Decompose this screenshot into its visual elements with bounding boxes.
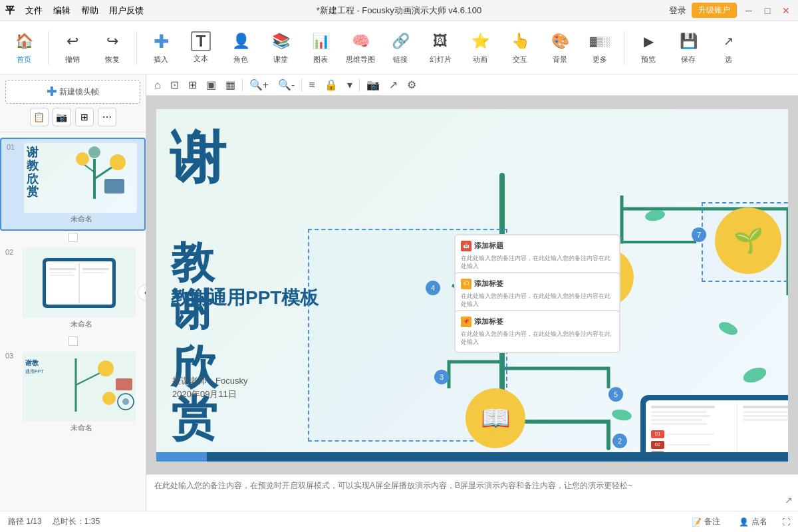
canvas-area: ⌂ ⊡ ⊞ ▣ ▦ 🔍+ 🔍- ≡ 🔒 ▾ 📷 ↗ ⚙ (146, 74, 798, 511)
main-area: ✚ 新建镜头帧 📋 📷 ⊞ ⋯ 01 (0, 74, 798, 511)
toolbar-undo[interactable]: ↩ 撤销 (54, 25, 91, 70)
export-icon[interactable]: ↗ (386, 77, 400, 92)
toolbar-redo-label: 恢复 (105, 55, 120, 65)
sidebar-top: ✚ 新建镜头帧 📋 📷 ⊞ ⋯ (0, 74, 146, 132)
toolbar-background[interactable]: 🎨 背景 (541, 25, 579, 70)
align-icon[interactable]: ≡ (306, 78, 317, 92)
expand-icon[interactable]: ↗ (785, 495, 793, 505)
notes-button[interactable]: 📝 备注 (688, 515, 724, 529)
settings-icon: ⋯ (102, 112, 112, 122)
svg-rect-14 (82, 268, 109, 270)
photo-icon[interactable]: 📷 (364, 77, 382, 92)
toolbar-chart[interactable]: 📊 图表 (302, 25, 339, 70)
window-controls: ─ □ ✕ (742, 4, 793, 17)
zoom-selection-icon[interactable]: ⊞ (186, 77, 200, 92)
fit-icon: ⊞ (80, 112, 88, 122)
content-box-text-1: 在此处输入您的备注内容，在此处输入您的备注内容在此处输入 (461, 254, 614, 271)
notes-label: 备注 (704, 516, 720, 527)
slide-entry-01[interactable]: 01 谢教欣赏 (0, 138, 146, 231)
copy-frame-button[interactable]: 📋 (30, 108, 49, 126)
toolbar-text-label: 文本 (194, 54, 208, 64)
node-badge-3: 3 (434, 370, 449, 384)
toolbar-save[interactable]: 💾 保存 (670, 25, 707, 70)
redo-icon: ↪ (102, 31, 123, 52)
toolbar-classroom[interactable]: 📚 课堂 (262, 25, 299, 70)
app-title: *新建工程 - Focusky动画演示大师 v4.6.100 (317, 5, 482, 17)
slide-thumb-02 (23, 248, 136, 318)
svg-point-22 (102, 392, 116, 405)
menu-file[interactable]: 文件 (25, 5, 43, 17)
home-nav-icon[interactable]: ⌂ (152, 78, 164, 92)
status-right: 📝 备注 👤 点名 ⛶ (688, 515, 790, 529)
canvas-divider-1 (242, 78, 243, 92)
fullscreen-icon[interactable]: ⛶ (782, 517, 790, 527)
undo-icon: ↩ (62, 31, 83, 52)
toolbar: 🏠 首页 ↩ 撤销 ↪ 恢复 ✚ 插入 T 文本 👤 角色 📚 课堂 📊 图表 … (0, 21, 798, 74)
new-frame-button[interactable]: ✚ 新建镜头帧 (5, 80, 140, 104)
total-duration: 总时长：1:35 (53, 516, 100, 527)
toolbar-home[interactable]: 🏠 首页 (5, 25, 43, 70)
upgrade-button[interactable]: 升级账户 (692, 3, 737, 18)
login-button[interactable]: 登录 (669, 5, 686, 17)
menu-feedback[interactable]: 用户反馈 (109, 5, 144, 17)
slide-entry-03[interactable]: 03 谢教 通用PPT (0, 348, 146, 438)
lock-icon[interactable]: 🔒 (322, 77, 340, 92)
content-box-title-3: 添加标签 (474, 317, 503, 327)
toolbar-slide-label: 幻灯片 (430, 55, 452, 65)
toolbar-role-label: 角色 (233, 55, 248, 65)
toolbar-text[interactable]: T 文本 (182, 25, 219, 70)
copy-icon: 📋 (33, 112, 45, 122)
camera-button[interactable]: 📷 (53, 108, 71, 126)
svg-rect-15 (82, 272, 106, 273)
toolbar-animation-label: 动画 (473, 55, 487, 65)
close-button[interactable]: ✕ (779, 4, 793, 17)
zoom-fit-icon[interactable]: ⊡ (168, 77, 182, 92)
content-box-text-3: 在此处输入您的备注内容，在此处输入您的备注内容在此处输入 (461, 330, 614, 346)
slide-divider-1 (0, 231, 146, 244)
toolbar-divider-2 (136, 31, 137, 65)
notes-textarea[interactable] (154, 480, 790, 505)
content-box-title-1: 添加标题 (474, 241, 503, 251)
toolbar-role[interactable]: 👤 角色 (222, 25, 259, 70)
toolbar-animation[interactable]: ⭐ 动画 (462, 25, 499, 70)
lock-dropdown-icon[interactable]: ▾ (344, 77, 355, 92)
toolbar-interact-label: 交互 (513, 55, 527, 65)
maximize-button[interactable]: □ (761, 4, 774, 17)
canvas-view-icon[interactable]: ▦ (223, 77, 238, 92)
toolbar-redo[interactable]: ↪ 恢复 (94, 25, 131, 70)
toolbar-link[interactable]: 🔗 链接 (382, 25, 419, 70)
frame-fit-button[interactable]: ⊞ (75, 108, 94, 126)
toolbar-slide[interactable]: 🖼 幻灯片 (422, 25, 459, 70)
menu-help[interactable]: 帮助 (81, 5, 98, 17)
canvas-more-icon[interactable]: ⚙ (404, 77, 419, 92)
toolbar-more[interactable]: ▓▒░ 更多 (581, 25, 618, 70)
slide-label-01: 未命名 (24, 213, 139, 225)
toolbar-select[interactable]: ↗ 选 (710, 25, 747, 70)
toolbar-mindmap[interactable]: 🧠 思维导图 (342, 25, 379, 70)
content-box-mid: 🏷 添加标签 在此处输入您的备注内容，在此处输入您的备注内容在此处输入 (454, 272, 620, 315)
plant-icon: 🌱 (733, 227, 763, 255)
slide-icon: 🖼 (430, 31, 451, 52)
toolbar-preview[interactable]: ▶ 预览 (630, 25, 667, 70)
point-button[interactable]: 👤 点名 (735, 515, 771, 529)
canvas-wrap[interactable]: 谢 教谢通用PPT模板 教谢 欣赏 授课老师：Focusky 2020年09月1… (146, 96, 798, 474)
svg-point-5 (88, 146, 100, 158)
toolbar-insert[interactable]: ✚ 插入 (142, 25, 180, 70)
slide-label-03: 未命名 (23, 422, 140, 434)
toolbar-interact[interactable]: 👆 交互 (501, 25, 539, 70)
slide-num-02: 02 (5, 248, 19, 256)
slide-entry-02[interactable]: 02 (0, 244, 146, 334)
toolbar-preview-label: 预览 (641, 55, 656, 65)
thumb-tree-svg (68, 146, 134, 209)
frame-settings-button[interactable]: ⋯ (98, 108, 116, 126)
slide-divider-2 (0, 334, 146, 348)
path-info: 路径 1/13 (8, 516, 42, 527)
frame-icon[interactable]: ▣ (203, 77, 219, 92)
status-left: 路径 1/13 总时长：1:35 (8, 516, 100, 527)
zoom-in-icon[interactable]: 🔍+ (247, 77, 271, 92)
yellow-circle-plant: 🌱 (715, 207, 781, 274)
content-box-title-2: 添加标签 (474, 279, 503, 289)
minimize-button[interactable]: ─ (742, 4, 755, 17)
menu-edit[interactable]: 编辑 (53, 5, 70, 17)
zoom-out-icon[interactable]: 🔍- (275, 77, 297, 92)
